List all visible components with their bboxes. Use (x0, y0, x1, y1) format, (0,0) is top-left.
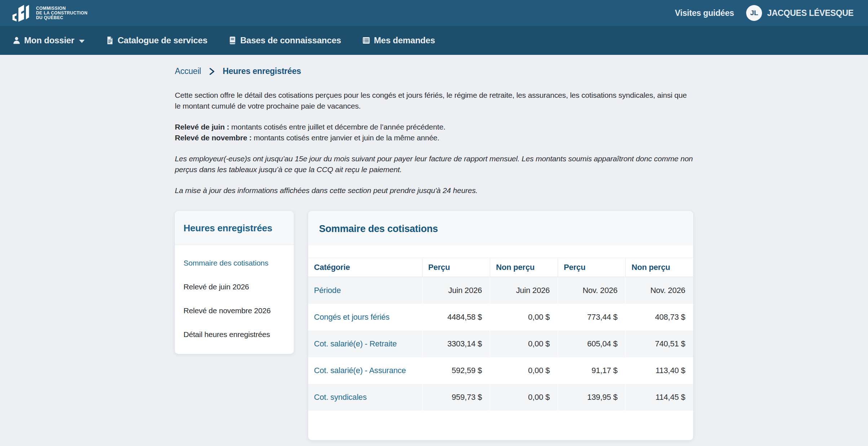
value-cell: 773,44 $ (558, 304, 625, 331)
value-cell: 0,00 $ (490, 384, 558, 411)
table-header-row: Catégorie Perçu Non perçu Perçu Non perç… (308, 258, 693, 277)
ccq-logo-text: Commission de la construction du Québec (36, 6, 88, 20)
value-cell: 3303,14 $ (422, 331, 490, 357)
value-cell: 4484,58 $ (422, 304, 490, 331)
breadcrumb-home-link[interactable]: Accueil (175, 66, 201, 76)
menu-item-releve-juin[interactable]: Relevé de juin 2026 (183, 283, 285, 291)
value-cell: 0,00 $ (490, 304, 558, 331)
main-card-header: Sommaire des cotisations (308, 211, 693, 245)
note-mise-a-jour: La mise à jour des informations affichée… (175, 185, 693, 196)
releve-juin-line: Relevé de juin : montants cotisés entre … (175, 122, 693, 132)
topbar: Commission de la construction du Québec … (0, 0, 868, 26)
note-paiement: Les employeur(-euse)s ont jusqu’au 15e j… (175, 153, 693, 175)
releve-novembre-line: Relevé de novembre : montants cotisés en… (175, 132, 693, 143)
document-icon (106, 36, 114, 45)
table-row: Cot. salarié(e) - Assurance592,59 $0,00 … (308, 357, 693, 384)
menu-item-detail-heures[interactable]: Détail heures enregistrées (183, 330, 285, 339)
category-link[interactable]: Période (308, 277, 422, 304)
table-row: Congés et jours fériés4484,58 $0,00 $773… (308, 304, 693, 331)
value-cell: 91,17 $ (558, 357, 625, 384)
value-cell: Juin 2026 (422, 277, 490, 304)
user-name: Jacques Lévesque (767, 8, 854, 18)
sommaire-cotisations-card: Sommaire des cotisations Catégorie Perçu… (308, 211, 693, 440)
menu-item-releve-novembre[interactable]: Relevé de novembre 2026 (183, 306, 285, 315)
nav-item-mon-dossier[interactable]: Mon dossier (12, 35, 85, 45)
value-cell: 139,95 $ (558, 384, 625, 411)
chevron-down-icon (79, 40, 85, 43)
side-menu-list: Sommaire des cotisations Relevé de juin … (175, 245, 294, 354)
heures-enregistrees-menu: Heures enregistrées Sommaire des cotisat… (175, 211, 294, 354)
value-cell: 113,40 $ (625, 357, 693, 384)
nav-item-mes-demandes[interactable]: Mes demandes (362, 35, 435, 45)
book-icon (228, 36, 237, 45)
value-cell: 114,45 $ (625, 384, 693, 411)
value-cell: 605,04 $ (558, 331, 625, 357)
table-row: PériodeJuin 2026Juin 2026Nov. 2026Nov. 2… (308, 277, 693, 304)
page-title: Sommaire des cotisations (319, 223, 682, 235)
list-icon (362, 36, 371, 45)
category-link[interactable]: Cot. syndicales (308, 384, 422, 411)
column-header: Perçu (558, 258, 625, 277)
breadcrumb: Accueil Heures enregistrées (175, 66, 693, 76)
value-cell: Nov. 2026 (625, 277, 693, 304)
table-row: Cot. syndicales959,73 $0,00 $139,95 $114… (308, 384, 693, 411)
nav-item-catalogue-services[interactable]: Catalogue de services (106, 35, 207, 45)
ccq-logo-icon (12, 4, 30, 22)
value-cell: Juin 2026 (490, 277, 558, 304)
column-header: Non perçu (625, 258, 693, 277)
intro-text: Cette section offre le détail des cotisa… (175, 90, 693, 196)
visites-guidees-link[interactable]: Visites guidées (675, 8, 734, 18)
summary-table-body: PériodeJuin 2026Juin 2026Nov. 2026Nov. 2… (308, 277, 693, 411)
value-cell: Nov. 2026 (558, 277, 625, 304)
side-card-header: Heures enregistrées (175, 211, 294, 245)
column-header: Non perçu (490, 258, 558, 277)
value-cell: 592,59 $ (422, 357, 490, 384)
value-cell: 0,00 $ (490, 357, 558, 384)
side-card-title: Heures enregistrées (183, 223, 285, 234)
category-link[interactable]: Cot. salarié(e) - Retraite (308, 331, 422, 357)
nav-item-bases-connaissances[interactable]: Bases de connaissances (228, 35, 341, 45)
chevron-right-icon (209, 68, 215, 75)
intro-paragraph: Cette section offre le détail des cotisa… (175, 90, 693, 112)
main-navbar: Mon dossier Catalogue de services Bases … (0, 26, 868, 55)
value-cell: 740,51 $ (625, 331, 693, 357)
summary-table: Catégorie Perçu Non perçu Perçu Non perç… (308, 258, 693, 440)
person-icon (12, 36, 21, 45)
category-link[interactable]: Cot. salarié(e) - Assurance (308, 357, 422, 384)
value-cell: 0,00 $ (490, 331, 558, 357)
menu-item-sommaire-cotisations[interactable]: Sommaire des cotisations (183, 259, 285, 267)
breadcrumb-current: Heures enregistrées (223, 66, 301, 76)
avatar: JL (746, 5, 762, 21)
page-body: Accueil Heures enregistrées Cette sectio… (0, 55, 868, 440)
user-menu[interactable]: JL Jacques Lévesque (746, 5, 854, 21)
value-cell: 959,73 $ (422, 384, 490, 411)
column-header: Catégorie (308, 258, 422, 277)
category-link[interactable]: Congés et jours fériés (308, 304, 422, 331)
value-cell: 408,73 $ (625, 304, 693, 331)
table-row: Cot. salarié(e) - Retraite3303,14 $0,00 … (308, 331, 693, 357)
ccq-logo[interactable]: Commission de la construction du Québec (12, 4, 88, 22)
column-header: Perçu (422, 258, 490, 277)
